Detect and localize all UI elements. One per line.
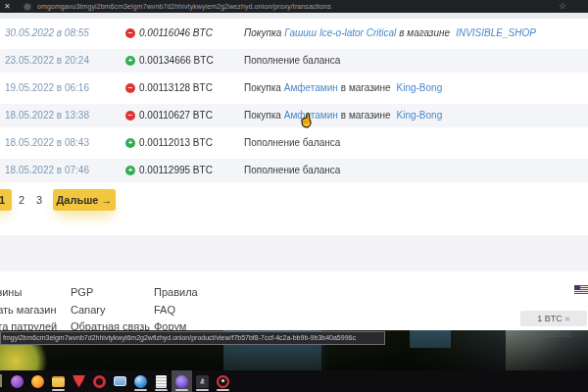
taskbar-icon-tor-browser-active[interactable] (172, 370, 192, 392)
product-link[interactable]: Амфетамин (284, 82, 338, 93)
browser-address-bar[interactable]: ✕ omgomgavu3tmgyi2bm6cm3elgm7wvnb7d2hhiv… (0, 0, 588, 13)
tor-onion-icon (175, 375, 188, 388)
store-link[interactable]: INVISIBLE_SHOP (456, 27, 536, 38)
transaction-description: ПокупкаАмфетаминв магазинеKing-Bong (244, 74, 445, 102)
action-label: Пополнение баланса (244, 137, 340, 148)
hand-cursor-icon: ☝ (298, 113, 315, 128)
credit-icon: + (125, 166, 135, 175)
record-ring-icon (217, 375, 229, 388)
connector-label: в магазине (341, 82, 391, 93)
transaction-amount: 0.00134666 BTC (139, 49, 214, 73)
btc-rate-badge: 1 BTC = 1338590 (520, 311, 587, 326)
bookmark-star-icon[interactable]: ☆ (559, 1, 566, 12)
taskbar (0, 370, 588, 392)
url-text[interactable]: omgomgavu3tmgyi2bm6cm3elgm7wvnb7d2hhivty… (37, 0, 547, 13)
running-indicator (196, 389, 209, 391)
product-link[interactable]: Гашиш Ice-o-lator Critical (284, 27, 396, 38)
page-button-1[interactable]: 1 (0, 189, 12, 211)
footer-column-info: PGP Canary Обратная связь (71, 284, 150, 336)
connector-label: в магазине (341, 110, 391, 121)
transaction-date[interactable]: 23.05.2022 в 20:24 (5, 49, 89, 73)
transaction-description: Пополнение баланса (244, 129, 340, 157)
debit-icon: − (125, 111, 135, 121)
taskbar-edge-fragment (0, 374, 2, 387)
taskbar-icon-opera[interactable] (89, 370, 110, 392)
us-flag-icon[interactable] (574, 285, 588, 294)
taskbar-icon-blue-sphere[interactable] (130, 370, 151, 392)
transaction-row: 18.05.2022 в 08:43 + 0.00112013 BTC Попо… (0, 129, 588, 157)
running-indicator (155, 389, 168, 391)
opera-icon (93, 375, 106, 388)
page-button-3[interactable]: 3 (34, 189, 44, 211)
taskbar-icon-red-shield[interactable] (69, 370, 89, 392)
running-indicator (175, 389, 188, 391)
connector-label: в магазине (399, 27, 450, 38)
flag-canton (574, 285, 580, 290)
transaction-date[interactable]: 18.05.2022 в 07:46 (5, 159, 89, 182)
transaction-description: Пополнение баланса (244, 49, 340, 73)
transaction-amount: 0.00110627 BTC (139, 104, 213, 127)
transaction-date[interactable]: 18.05.2022 в 08:43 (5, 129, 89, 157)
running-indicator (134, 389, 147, 391)
banner-band (0, 235, 588, 271)
globe-icon (134, 375, 147, 388)
action-label: Покупка (244, 27, 281, 38)
transaction-date[interactable]: 30.05.2022 в 08:55 (5, 20, 89, 47)
debit-icon: − (125, 83, 135, 93)
action-label: Покупка (244, 110, 281, 121)
toolbar-strip (0, 13, 588, 19)
transaction-date[interactable]: 18.05.2022 в 13:38 (5, 104, 89, 127)
transaction-amount: 0.00116046 BTC (139, 20, 213, 47)
transaction-amount: 0.00113128 BTC (139, 74, 213, 102)
debit-icon: − (125, 28, 135, 38)
transaction-amount: 0.00112995 BTC (139, 159, 213, 182)
taskbar-icon-dark-app[interactable] (192, 370, 213, 392)
action-label: Пополнение баланса (244, 165, 340, 175)
transaction-row: 18.05.2022 в 07:46 + 0.00112995 BTC Попо… (0, 157, 588, 184)
transaction-row: 19.05.2022 в 06:16 − 0.00113128 BTC Поку… (0, 74, 588, 102)
transaction-row: 18.05.2022 в 13:38 − 0.00110627 BTC Поку… (0, 102, 588, 129)
action-label: Пополнение баланса (244, 55, 340, 66)
taskbar-icon-file-explorer[interactable] (48, 370, 69, 392)
footer-link-pgp[interactable]: PGP (71, 284, 150, 302)
transaction-description: ПокупкаАмфетаминв магазинеKing-Bong (244, 104, 445, 127)
next-page-button[interactable]: Дальше → (53, 189, 116, 211)
transaction-description: ПокупкаГашиш Ice-o-lator Criticalв магаз… (244, 20, 539, 47)
screenshot-root: ✕ omgomgavu3tmgyi2bm6cm3elgm7wvnb7d2hhiv… (0, 0, 588, 392)
transaction-description: Пополнение баланса (244, 159, 340, 182)
close-icon[interactable]: ✕ (4, 1, 11, 12)
transactions-table: 30.05.2022 в 08:55 − 0.00116046 BTC Поку… (0, 20, 588, 184)
footer-link-shops[interactable]: Магазины (0, 284, 57, 302)
running-indicator (217, 389, 229, 391)
store-link[interactable]: King-Bong (397, 82, 443, 93)
taskbar-icon-notepad[interactable] (151, 370, 172, 392)
footer-column-help: Правила FAQ Форум (154, 284, 198, 336)
shield-icon (73, 375, 85, 388)
footer-link-rules[interactable]: Правила (154, 284, 198, 302)
credit-icon: + (125, 138, 135, 148)
taskbar-icon-purple-blob[interactable] (7, 370, 27, 392)
folder-icon (52, 376, 65, 387)
taskbar-icon-photos[interactable] (110, 370, 130, 392)
photos-icon (114, 376, 126, 386)
taskbar-icon-firefox[interactable] (27, 370, 48, 392)
credit-icon: + (125, 56, 135, 66)
dark-app-icon (196, 375, 209, 388)
transaction-row: 30.05.2022 в 08:55 − 0.00116046 BTC Поку… (0, 20, 588, 47)
action-label: Покупка (244, 82, 281, 93)
firefox-icon (31, 375, 44, 388)
footer-link-canary[interactable]: Canary (71, 302, 150, 319)
wallpaper-flowers (0, 344, 51, 370)
notepad-icon (156, 375, 167, 388)
transaction-date[interactable]: 19.05.2022 в 06:16 (5, 74, 89, 102)
footer-link-create-shop[interactable]: Создать магазин (0, 302, 57, 319)
purple-blob-icon (11, 375, 24, 388)
footer-link-faq[interactable]: FAQ (154, 302, 198, 319)
transaction-row: 23.05.2022 в 20:24 + 0.00134666 BTC Попо… (0, 47, 588, 74)
page-button-2[interactable]: 2 (17, 189, 26, 211)
taskbar-icon-recorder[interactable] (213, 370, 233, 392)
running-indicator (52, 389, 65, 391)
site-info-icon[interactable] (24, 3, 31, 11)
store-link[interactable]: King-Bong (397, 110, 443, 121)
link-url-tooltip: fmgyi2bm6cm3elgm7wvnb7d2hhivtykwyi6m2g2w… (0, 331, 385, 345)
